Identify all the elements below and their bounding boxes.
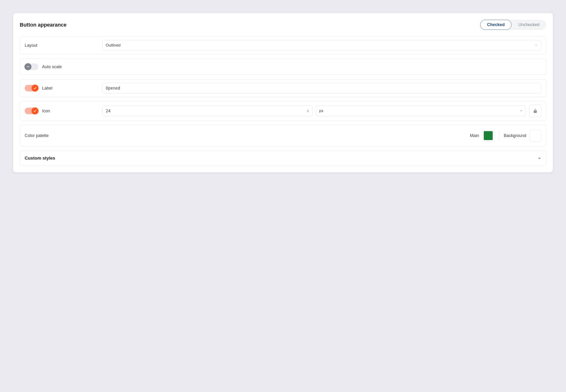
- state-segmented-control: Checked Unchecked: [480, 20, 546, 30]
- label-input[interactable]: Opened: [102, 83, 541, 94]
- layout-label: Layout: [25, 43, 37, 48]
- label-input-value: Opened: [106, 86, 120, 90]
- svg-marker-3: [520, 110, 522, 112]
- spinner-arrows[interactable]: [307, 110, 309, 112]
- panel-title: Button appearance: [20, 22, 67, 28]
- auto-scale-label: Auto scale: [42, 64, 62, 69]
- minus-icon: [26, 65, 30, 69]
- auto-scale-row: Auto scale: [20, 58, 546, 75]
- layout-value: Outlined: [106, 43, 121, 48]
- label-field-label: Label: [42, 86, 52, 91]
- lock-button[interactable]: [529, 105, 541, 117]
- auto-scale-toggle[interactable]: [25, 63, 38, 70]
- icon-row: Icon 24 px: [20, 101, 546, 121]
- toggle-knob-off: [25, 63, 31, 70]
- layout-row: Layout Outlined: [20, 36, 546, 54]
- label-toggle[interactable]: [25, 85, 38, 91]
- custom-styles-row[interactable]: Custom styles: [20, 151, 546, 166]
- toggle-knob-on-2: [31, 107, 39, 114]
- caret-down-icon: [307, 111, 309, 112]
- panel-header: Button appearance Checked Unchecked: [20, 20, 546, 30]
- check-icon: [33, 86, 37, 90]
- color-palette-row: Color palette Main Background: [20, 125, 546, 146]
- unlock-icon: [533, 108, 538, 113]
- icon-label: Icon: [42, 109, 50, 113]
- custom-styles-label: Custom styles: [25, 155, 55, 161]
- background-color-label: Background: [504, 133, 526, 138]
- icon-unit-select[interactable]: px: [316, 106, 526, 116]
- main-color-swatch[interactable]: [482, 130, 494, 141]
- main-color-group: Main: [470, 130, 494, 141]
- palette-divider: [499, 130, 499, 141]
- segmented-checked[interactable]: Checked: [480, 20, 511, 30]
- layout-select[interactable]: Outlined: [102, 40, 541, 51]
- chevron-down-icon: [538, 156, 541, 160]
- toggle-knob-on: [31, 84, 39, 92]
- main-color-fill: [484, 131, 493, 140]
- icon-size-input[interactable]: 24: [102, 106, 313, 116]
- check-icon: [33, 109, 37, 113]
- caret-down-icon: [520, 110, 522, 112]
- background-color-group: Background: [504, 130, 541, 141]
- background-color-fill: [531, 131, 540, 140]
- icon-unit-value: px: [319, 109, 324, 113]
- label-row: Label Opened: [20, 79, 546, 97]
- caret-up-icon: [307, 110, 309, 111]
- icon-size-value: 24: [106, 109, 110, 113]
- button-appearance-panel: Button appearance Checked Unchecked Layo…: [13, 13, 553, 172]
- main-color-label: Main: [470, 133, 479, 138]
- svg-marker-1: [307, 110, 309, 111]
- segmented-unchecked[interactable]: Unchecked: [511, 20, 546, 30]
- chevron-down-icon: [535, 44, 538, 47]
- background-color-swatch[interactable]: [530, 130, 541, 141]
- color-palette-label: Color palette: [25, 133, 49, 138]
- svg-marker-2: [307, 111, 309, 112]
- icon-toggle[interactable]: [25, 108, 38, 114]
- palette-controls: Main Background: [470, 130, 541, 141]
